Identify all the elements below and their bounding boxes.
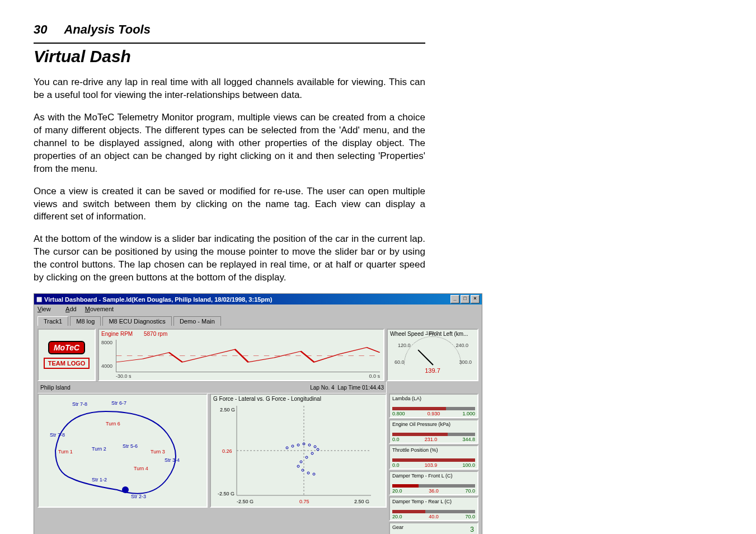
gauge-120: 120.0 — [398, 343, 411, 348]
menu-add[interactable]: Add — [65, 306, 77, 312]
close-button[interactable]: × — [471, 295, 480, 303]
svg-point-18 — [307, 472, 309, 474]
gauge-180: 180.0 — [426, 330, 439, 336]
window-title: Virtual Dashboard - Sample.ld(Ken Dougla… — [44, 296, 273, 303]
map-lbl-t4: Turn 4 — [134, 466, 148, 471]
svg-point-17 — [302, 469, 304, 471]
map-lbl-s12: Str 1-2 — [92, 477, 107, 483]
page-number: 30 — [34, 22, 47, 37]
svg-point-8 — [297, 444, 299, 446]
svg-text:2.50 G: 2.50 G — [220, 407, 235, 413]
gauge-60: 60.0 — [395, 359, 405, 365]
tab-m8log[interactable]: M8 log — [70, 316, 101, 326]
menu-movement[interactable]: Movement — [85, 306, 114, 312]
page-header: 30 Analysis Tools — [34, 22, 722, 37]
gforce-title: G Force - Lateral vs. G Force - Longitud… — [213, 396, 321, 402]
lambda-title: Lambda (LA) — [392, 396, 421, 401]
svg-point-11 — [314, 446, 316, 448]
section-name: Analysis Tools — [64, 22, 150, 37]
speed-gauge: 60.0 120.0 180.0 240.0 300.0 — [404, 336, 461, 365]
laptime-label: Lap Time — [337, 385, 360, 391]
thr-title: Throttle Position (%) — [392, 447, 438, 453]
tab-m8ecu[interactable]: M8 ECU Diagnostics — [102, 316, 171, 326]
paragraph-3: Once a view is created it can be saved o… — [34, 185, 425, 224]
rpm-y-lo: 4000 — [101, 363, 112, 369]
svg-point-13 — [311, 452, 313, 455]
gauge-needle — [417, 349, 433, 365]
damper-rear-gauge[interactable]: Damper Temp - Rear L (C) 20.040.070.0 — [389, 496, 478, 521]
rpm-x-hi: 0.0 s — [369, 373, 380, 379]
svg-point-1 — [122, 486, 129, 493]
svg-point-6 — [286, 447, 288, 449]
svg-point-12 — [317, 448, 319, 451]
speed-value: 139.7 — [425, 367, 440, 374]
svg-text:0.75: 0.75 — [299, 499, 309, 504]
paragraph-4: At the bottom of the window is a slider … — [34, 233, 425, 284]
drl-title: Damper Temp - Rear L (C) — [392, 499, 452, 504]
tab-track1[interactable]: Track1 — [37, 316, 68, 326]
svg-point-7 — [292, 445, 294, 447]
gear-indicator[interactable]: Gear 3 — [389, 522, 478, 534]
lapno-label: Lap No. — [310, 385, 330, 391]
map-lbl-t6: Turn 6 — [106, 421, 120, 427]
svg-text:2.50 G: 2.50 G — [354, 499, 369, 504]
map-lbl-t1: Turn 1 — [58, 449, 73, 455]
track-info-row: Philip Island Lap No. 4 Lap Time 01:44.4… — [37, 381, 387, 394]
rpm-chart — [116, 340, 380, 372]
laptime-value: 01:44.43 — [362, 385, 384, 391]
gear-title: Gear — [392, 524, 403, 530]
rpm-value: 5870 rpm — [144, 331, 167, 337]
gforce-panel[interactable]: G Force - Lateral vs. G Force - Longitud… — [210, 394, 387, 508]
window-titlebar[interactable]: ▦ Virtual Dashboard - Sample.ld(Ken Doug… — [34, 294, 482, 305]
oil-pressure-gauge[interactable]: Engine Oil Pressure (kPa) 0.0231.0344.8 — [389, 419, 478, 444]
map-lbl-s67: Str 6-7 — [111, 400, 126, 406]
map-lbl-s7b: Str 7-8 — [50, 432, 65, 438]
oil-title: Engine Oil Pressure (kPa) — [392, 421, 450, 427]
svg-point-19 — [313, 473, 315, 475]
track-map-panel[interactable]: Str 7-8 Str 6-7 Turn 6 Str 7-8 Turn 1 Tu… — [37, 394, 208, 508]
rpm-label: Engine RPM — [101, 331, 133, 337]
map-lbl-s34: Str 3-4 — [165, 457, 180, 463]
lapno-value: 4 — [331, 385, 335, 391]
minimize-button[interactable]: _ — [450, 295, 459, 303]
page-title: Virtual Dash — [34, 43, 425, 66]
rpm-panel[interactable]: Engine RPM 5870 rpm 8000 4000 -30.0 s 0.… — [98, 329, 384, 381]
menu-view[interactable]: View — [37, 306, 58, 312]
svg-point-10 — [308, 444, 311, 446]
rpm-y-hi: 8000 — [101, 340, 112, 345]
map-lbl-s78: Str 7-8 — [72, 401, 87, 407]
svg-text:0.26: 0.26 — [222, 448, 232, 454]
throttle-gauge[interactable]: Throttle Position (%) 0.0103.9100.0 — [389, 445, 478, 470]
tab-demo[interactable]: Demo - Main — [173, 316, 221, 326]
dashboard-body: MoTeC TEAM LOGO Engine RPM 5870 rpm 8000… — [34, 325, 482, 534]
paragraph-2: As with the MoTeC Telemetry Monitor prog… — [34, 111, 425, 176]
gauge-240: 240.0 — [456, 343, 468, 348]
menu-bar: View Add Movement — [34, 305, 482, 313]
map-lbl-s23: Str 2-3 — [131, 494, 146, 499]
logo-panel: MoTeC TEAM LOGO — [37, 329, 96, 381]
map-lbl-s56: Str 5-6 — [123, 443, 138, 449]
svg-point-15 — [300, 461, 302, 463]
tab-strip: Track1 M8 log M8 ECU Diagnostics Demo - … — [34, 313, 482, 325]
map-lbl-t3: Turn 3 — [151, 449, 165, 455]
maximize-button[interactable]: □ — [461, 295, 469, 303]
virtual-dashboard-window: ▦ Virtual Dashboard - Sample.ld(Ken Doug… — [34, 293, 482, 534]
wheel-speed-panel[interactable]: Wheel Speed - Front Left (km... 60.0 120… — [387, 329, 478, 381]
team-logo: TEAM LOGO — [44, 358, 90, 369]
sidebar-gauges: Lambda (LA) 0.8000.9301.000 Engine Oil P… — [389, 394, 478, 534]
damper-front-gauge[interactable]: Damper Temp - Front L (C) 20.036.070.0 — [389, 471, 478, 495]
svg-point-14 — [306, 456, 308, 458]
motec-logo: MoTeC — [48, 341, 85, 354]
svg-point-16 — [297, 465, 299, 467]
paragraph-1: You can re-drive any lap in real time wi… — [34, 76, 425, 102]
dfl-title: Damper Temp - Front L (C) — [392, 473, 453, 479]
svg-text:-2.50 G: -2.50 G — [218, 491, 234, 496]
gauge-300: 300.0 — [459, 359, 472, 365]
gear-value: 3 — [470, 526, 474, 533]
map-lbl-t2: Turn 2 — [92, 446, 106, 452]
rpm-x-lo: -30.0 s — [116, 373, 132, 379]
lambda-gauge[interactable]: Lambda (LA) 0.8000.9301.000 — [389, 394, 478, 418]
app-icon: ▦ — [36, 296, 42, 303]
track-name: Philip Island — [40, 385, 71, 391]
svg-text:-2.50 G: -2.50 G — [237, 499, 253, 504]
